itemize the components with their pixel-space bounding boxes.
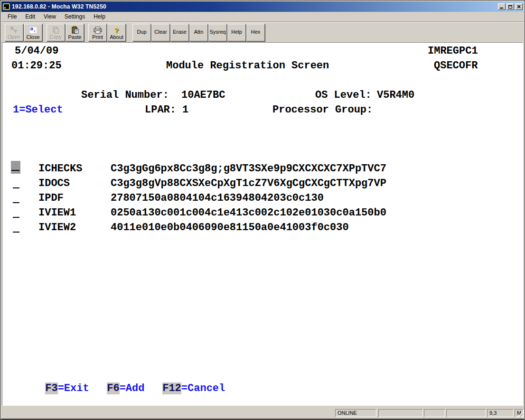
fkey-f12: F12 [162, 383, 181, 394]
window-title: 192.168.0.82 - Mocha W32 TN5250 [12, 3, 496, 10]
option-field[interactable] [13, 187, 19, 188]
module-registration-key: 4011e010e0b0406090e81150a0e41003f0c030 [111, 220, 349, 235]
minimize-icon [500, 8, 503, 9]
sysreq-button[interactable]: Sysreq [208, 24, 227, 41]
close-icon: ✕ [516, 4, 521, 9]
module-name: IDOCS [38, 176, 70, 191]
menu-settings[interactable]: Settings [61, 12, 89, 21]
serial-number-label: Serial Number: [81, 88, 169, 103]
module-name: IPDF [38, 191, 64, 205]
print-button[interactable]: Print [88, 24, 107, 41]
maximize-icon [508, 5, 512, 9]
print-icon [94, 26, 102, 34]
user-profile: QSECOFR [434, 58, 478, 73]
menu-bar: File Edit View Settings Help [1, 12, 524, 21]
serial-number-value: 10AE7BC [181, 88, 225, 103]
attn-button[interactable]: Attn [189, 24, 208, 41]
open-button: Open [5, 24, 23, 41]
dup-button[interactable]: Dup [132, 24, 151, 41]
clear-button[interactable]: Clear [151, 24, 170, 41]
option-field[interactable] [13, 202, 19, 203]
close-session-button[interactable]: c Close [24, 24, 42, 41]
about-icon: ? [114, 26, 119, 34]
screen-title: Module Registration Screen [166, 58, 329, 73]
status-panel-empty-1 [378, 409, 423, 417]
os-level-value: V5R4M0 [377, 88, 414, 103]
menu-view[interactable]: View [40, 12, 60, 21]
close-button[interactable]: ✕ [515, 3, 523, 10]
app-window: 192.168.0.82 - Mocha W32 TN5250 ✕ File E… [0, 0, 525, 420]
option-legend: 1=Select [13, 103, 63, 117]
copy-button: Copy [47, 24, 65, 41]
maximize-button[interactable] [506, 3, 514, 10]
help-button[interactable]: Help [227, 24, 246, 41]
svg-text:c: c [34, 29, 36, 33]
app-icon [3, 3, 10, 10]
menu-help[interactable]: Help [90, 12, 109, 21]
module-registration-key: C3g3gGg6px8Cc3g8g;g8VT3SXe9p9CXCXCXC7XPp… [111, 161, 386, 176]
menu-file[interactable]: File [4, 12, 20, 21]
option-field[interactable] [13, 217, 19, 218]
system-date: 5/04/09 [15, 44, 58, 58]
status-connection: ONLINE [335, 409, 376, 417]
terminal-screen[interactable]: 5/04/09 IMREGPC1 01:29:25 Module Registr… [2, 42, 523, 406]
module-registration-key: 27807150a0804104c16394804203c0c130 [111, 191, 324, 205]
close-session-icon: c [29, 26, 37, 34]
module-registration-key: 0250a130c001c004c1e413c002c102e01030c0a1… [111, 205, 386, 220]
module-registration-key: C3g3g8gVp88CXSXeCpXgT1cZ7V6XgCgCXCgCTTXp… [111, 176, 386, 191]
menu-edit[interactable]: Edit [21, 12, 39, 21]
status-bar: ONLINE 9,3 M [1, 409, 524, 418]
fkey-f6: F6 [107, 383, 119, 394]
system-time: 01:29:25 [11, 58, 62, 73]
about-button[interactable]: ? About [107, 24, 126, 41]
module-name: IVIEW1 [38, 205, 76, 220]
status-cursor-position: 9,3 [487, 409, 514, 417]
module-name: ICHECKS [38, 161, 82, 176]
title-bar[interactable]: 192.168.0.82 - Mocha W32 TN5250 ✕ [1, 1, 524, 12]
paste-button[interactable]: Paste [66, 24, 84, 41]
open-icon [10, 26, 19, 34]
cursor-block[interactable] [11, 161, 20, 174]
lpar-label: LPAR: [145, 103, 176, 117]
fkey-f12-action: =Cancel [181, 383, 225, 394]
erase-button[interactable]: Erase [170, 24, 189, 41]
hex-button[interactable]: Hex [246, 24, 265, 41]
program-name: IMREGPC1 [428, 44, 478, 58]
paste-icon [71, 26, 79, 34]
toolbar: Open c Close Copy Paste [1, 22, 524, 42]
os-level-label: OS Level: [315, 88, 372, 103]
copy-icon [52, 26, 60, 34]
status-panel-empty-2 [424, 409, 445, 417]
module-name: IVIEW2 [38, 220, 76, 235]
status-panel-empty-3 [446, 409, 486, 417]
lpar-value: 1 [182, 103, 188, 117]
minimize-button[interactable] [498, 3, 506, 10]
option-field[interactable] [13, 232, 19, 233]
fkey-f3: F3 [45, 383, 57, 394]
option-field-underscore [11, 170, 19, 171]
processor-group-label: Processor Group: [272, 103, 373, 117]
